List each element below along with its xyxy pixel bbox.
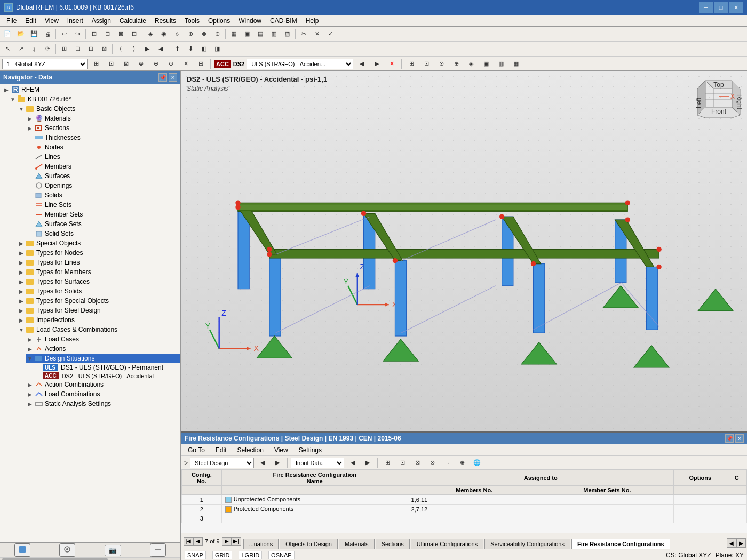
menu-assign[interactable]: Assign: [88, 16, 115, 26]
nav-close-btn[interactable]: ✕: [169, 73, 177, 82]
tree-line-sets[interactable]: Line Sets: [26, 200, 180, 210]
addr-view4[interactable]: ⊕: [450, 58, 463, 70]
bp-tool7[interactable]: 🌐: [471, 457, 483, 469]
tree-action-comb[interactable]: ▶ Action Combinations: [26, 380, 180, 389]
tb-calc4[interactable]: ⊡: [128, 28, 140, 40]
addr-view3[interactable]: ⊙: [435, 58, 448, 70]
close-button[interactable]: ✕: [729, 2, 743, 13]
tree-types-lines[interactable]: ▶ Types for Lines: [17, 258, 180, 267]
ds-next-btn[interactable]: ▶: [370, 58, 383, 70]
tb-calc2[interactable]: ⊟: [101, 28, 114, 40]
tb-open[interactable]: 📂: [14, 28, 27, 40]
tab-nav-controls[interactable]: ◀ ▶: [726, 537, 747, 549]
addr-btn1[interactable]: ⊞: [90, 58, 102, 70]
bp-tool3[interactable]: ⊠: [411, 457, 424, 469]
tb-save[interactable]: 💾: [28, 28, 41, 40]
bp-combo-prev[interactable]: ◀: [256, 457, 269, 469]
btab-objects[interactable]: Objects to Design: [280, 539, 338, 549]
tb-v5[interactable]: ⊗: [197, 28, 210, 40]
tree-project[interactable]: ▼ KB 001726.rf6*: [9, 94, 180, 104]
imp-toggle[interactable]: ▶: [17, 317, 26, 323]
tree-load-cases[interactable]: ▶ Load Cases: [26, 334, 180, 344]
addr-btn5[interactable]: ⊕: [149, 58, 162, 70]
addr-btn3[interactable]: ⊠: [120, 58, 132, 70]
nav-tab-data[interactable]: [14, 543, 30, 557]
coordinate-system-select[interactable]: 1 - Global XYZ: [2, 59, 88, 69]
tb-s3[interactable]: ▤: [254, 28, 267, 40]
btab-fire[interactable]: Fire Resistance Configurations: [571, 539, 670, 549]
addr-view5[interactable]: ◈: [465, 58, 478, 70]
page-first-btn[interactable]: |◀: [184, 537, 193, 546]
tb2-2[interactable]: ↗: [14, 43, 27, 55]
tsd-toggle[interactable]: ▶: [17, 308, 26, 314]
window-controls[interactable]: ─ □ ✕: [699, 2, 743, 13]
tb2-1[interactable]: ↖: [1, 43, 14, 55]
bp-combo-next[interactable]: ▶: [271, 457, 284, 469]
menu-window[interactable]: Window: [234, 16, 266, 26]
minimize-button[interactable]: ─: [699, 2, 713, 13]
rfem-toggle[interactable]: ▶: [2, 87, 11, 93]
project-toggle[interactable]: ▼: [9, 97, 17, 102]
menu-tools[interactable]: Tools: [180, 16, 204, 26]
btab-situations[interactable]: ...uations: [243, 539, 279, 549]
tree-materials[interactable]: ▶ 🔮 Materials: [26, 114, 180, 123]
mat-toggle[interactable]: ▶: [26, 116, 34, 122]
tb-v2[interactable]: ◉: [157, 28, 170, 40]
bottom-panel-controls[interactable]: 📌 ✕: [725, 434, 744, 443]
addr-btn2[interactable]: ⊡: [105, 58, 117, 70]
bp-close-btn[interactable]: ✕: [735, 434, 744, 443]
tb2-15[interactable]: ◧: [197, 43, 210, 55]
tab-scroll-right[interactable]: ▶: [736, 538, 746, 548]
page-prev-btn[interactable]: ◀: [193, 537, 203, 546]
basic-toggle[interactable]: ▼: [17, 106, 26, 112]
tb2-10[interactable]: ⟩: [128, 43, 140, 55]
tb-v1[interactable]: ◈: [144, 28, 157, 40]
tree-static-analysis[interactable]: ▶ Static Analysis Settings: [26, 399, 180, 409]
nav-tab-camera[interactable]: 📷: [105, 545, 121, 556]
addr-view1[interactable]: ⊞: [405, 58, 418, 70]
sec-toggle[interactable]: ▶: [26, 125, 34, 131]
page-last-btn[interactable]: ▶|: [232, 537, 241, 546]
osnap-indicator[interactable]: OSNAP: [268, 551, 295, 559]
page-next-btn[interactable]: ▶: [222, 537, 232, 546]
nav-pin-btn[interactable]: 📌: [158, 73, 167, 82]
tb-undo[interactable]: ↩: [58, 28, 70, 40]
tree-design-situations[interactable]: ▼ Design Situations: [26, 354, 180, 363]
tb-v3[interactable]: ◊: [171, 28, 184, 40]
tb2-11[interactable]: ▶: [141, 43, 154, 55]
tree-sections[interactable]: ▶ Sections: [26, 123, 180, 133]
addr-view8[interactable]: ▦: [510, 58, 522, 70]
ac-toggle[interactable]: ▶: [26, 382, 34, 388]
tree-thicknesses[interactable]: Thicknesses: [26, 133, 180, 142]
tn-toggle[interactable]: ▶: [17, 250, 26, 256]
tb-v4[interactable]: ⊕: [184, 28, 197, 40]
menu-results[interactable]: Results: [150, 16, 180, 26]
addr-view2[interactable]: ⊡: [420, 58, 433, 70]
addr-view6[interactable]: ▣: [480, 58, 492, 70]
bp-data-prev[interactable]: ◀: [346, 457, 359, 469]
sa-toggle[interactable]: ▶: [26, 401, 34, 407]
tso-toggle[interactable]: ▶: [17, 289, 26, 294]
tree-types-steel[interactable]: ▶ Types for Steel Design: [17, 306, 180, 315]
tb-s2[interactable]: ▣: [241, 28, 253, 40]
tree-member-sets[interactable]: Member Sets: [26, 210, 180, 219]
tb2-13[interactable]: ⬆: [171, 43, 184, 55]
tb2-5[interactable]: ⊞: [58, 43, 70, 55]
tree-types-nodes[interactable]: ▶ Types for Nodes: [17, 248, 180, 258]
tb2-16[interactable]: ◨: [211, 43, 224, 55]
bp-menu-goto[interactable]: Go To: [184, 445, 209, 455]
tree-ds2[interactable]: ACC DS2 - ULS (STR/GEO) - Accidental -: [34, 372, 180, 380]
table-row[interactable]: 2Protected Components2,7,12: [182, 505, 747, 514]
menu-cadbim[interactable]: CAD-BIM: [266, 16, 301, 26]
tree-types-special[interactable]: ▶ Types for Special Objects: [17, 296, 180, 306]
nav-scroll-bar[interactable]: [0, 557, 180, 560]
bp-tool4[interactable]: ⊗: [426, 457, 439, 469]
snap-indicator[interactable]: SNAP: [185, 551, 206, 559]
tb-s1[interactable]: ▦: [227, 28, 240, 40]
tb-s5[interactable]: ▧: [281, 28, 293, 40]
tree-imperfections[interactable]: ▶ Imperfections: [17, 315, 180, 325]
tree-solid-sets[interactable]: Solid Sets: [26, 229, 180, 238]
maximize-button[interactable]: □: [714, 2, 728, 13]
tree-types-solids[interactable]: ▶ Types for Solids: [17, 286, 180, 296]
tree-load-cases-comb[interactable]: ▼ Load Cases & Combinations: [17, 325, 180, 334]
